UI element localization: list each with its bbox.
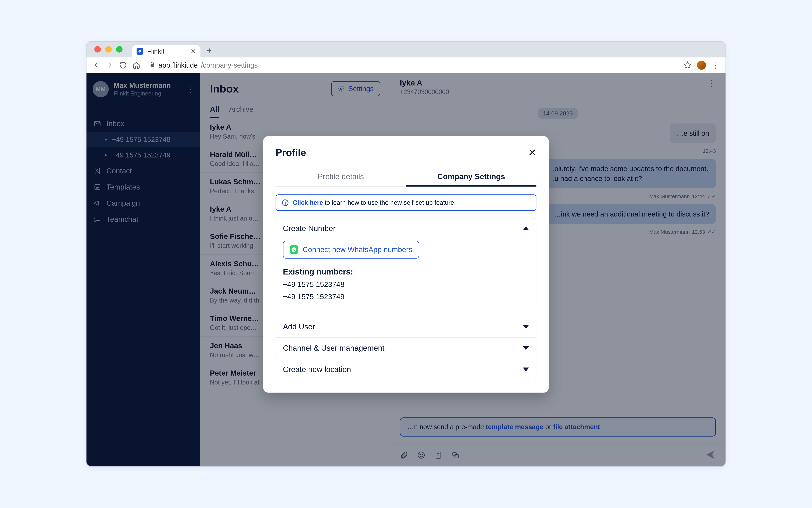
tab-close-icon[interactable]: ✕ [190,47,196,55]
tab-profile-details[interactable]: Profile details [276,168,406,186]
create-number-body: Connect new WhatsApp numbers Existing nu… [276,239,536,309]
chevron-up-icon [523,226,529,230]
new-tab-button[interactable]: + [205,46,214,55]
existing-numbers-title: Existing numbers: [283,267,529,277]
minimize-window-icon[interactable] [105,46,112,52]
back-button[interactable] [93,61,100,69]
info-icon [281,199,289,207]
modal-header: Profile ✕ [276,147,536,158]
info-link[interactable]: Click here [293,199,323,206]
info-banner: Click here to learn how to use the new s… [276,195,536,211]
lock-icon [149,61,155,69]
window-controls [87,46,130,57]
create-location-row[interactable]: Create new location [276,359,536,380]
modal-tabs: Profile details Company Settings [276,168,536,186]
tab-title: Flinkit [147,48,187,55]
browser-window: ❖ Flinkit ✕ + app.flinkit.de/company-set… [86,41,726,467]
chevron-down-icon [523,346,529,350]
reload-button[interactable] [119,61,127,69]
profile-avatar-icon[interactable] [697,60,706,70]
modal-overlay[interactable]: Profile ✕ Profile details Company Settin… [87,73,725,466]
modal-title: Profile [276,147,306,158]
forward-button [106,61,114,69]
browser-menu-icon[interactable]: ⋮ [712,61,719,70]
channel-management-row[interactable]: Channel & User management [276,338,536,359]
app-content: MM Max Mustermann Flinkit Engineering ⋮ … [87,73,725,466]
profile-modal: Profile ✕ Profile details Company Settin… [263,136,549,392]
url-host: app.flinkit.de [159,61,198,69]
settings-panel-group: Add User Channel & User management Creat… [276,316,536,380]
close-window-icon[interactable] [94,46,101,52]
whatsapp-icon [290,245,298,254]
existing-number: +49 1575 1523749 [283,293,529,301]
existing-number: +49 1575 1523748 [283,280,529,289]
browser-tabbar: ❖ Flinkit ✕ + [87,42,725,57]
home-button[interactable] [133,61,140,69]
add-user-row[interactable]: Add User [276,316,536,338]
chevron-down-icon [523,368,529,371]
favicon-icon: ❖ [137,48,143,55]
chevron-down-icon [523,325,529,329]
create-number-row[interactable]: Create Number [276,218,536,239]
modal-close-icon[interactable]: ✕ [528,147,536,158]
connect-whatsapp-button[interactable]: Connect new WhatsApp numbers [283,241,419,259]
url-path: /company-settings [201,61,258,69]
maximize-window-icon[interactable] [116,46,123,52]
address-bar: app.flinkit.de/company-settings ⋮ [87,57,725,73]
browser-tab[interactable]: ❖ Flinkit ✕ [132,45,200,57]
tab-company-settings[interactable]: Company Settings [406,168,536,186]
bookmark-star-icon[interactable] [684,61,691,69]
create-number-panel: Create Number Connect new WhatsApp numbe… [276,218,536,309]
url-field[interactable]: app.flinkit.de/company-settings [146,61,678,69]
